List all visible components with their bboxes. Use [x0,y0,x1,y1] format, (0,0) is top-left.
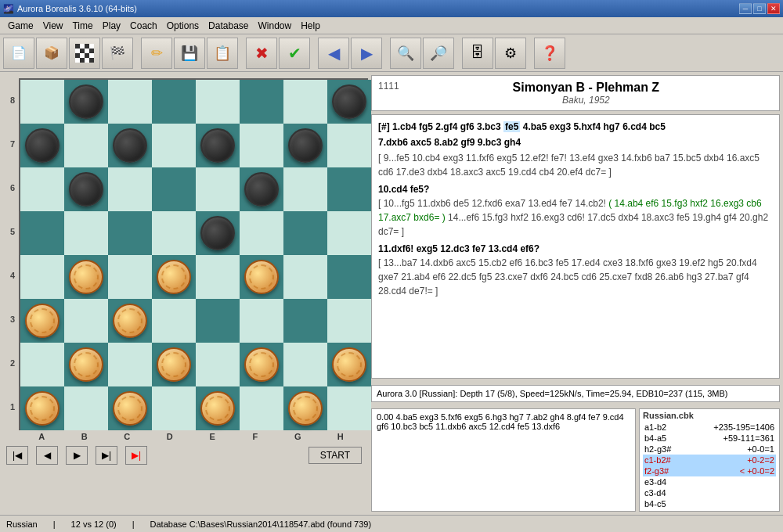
delete-btn[interactable]: ✖ [246,38,277,69]
book-row-1[interactable]: a1-b2+235-195=1406 [643,422,776,433]
square-6-5[interactable] [283,167,327,211]
square-1-3[interactable] [64,255,108,299]
settings-btn[interactable]: ⚙ [495,38,526,69]
square-1-2[interactable] [64,299,108,343]
square-5-1[interactable] [240,343,283,386]
square-0-7[interactable] [20,80,64,124]
square-7-5[interactable] [327,167,371,211]
square-2-6[interactable] [108,124,152,167]
square-4-3[interactable] [196,255,240,299]
nav-prev-btn[interactable]: ◀ [36,446,58,465]
book-row-2[interactable]: b4-a5+59-111=361 [643,433,776,444]
nav-last-btn[interactable]: ▶| [96,446,117,465]
database-btn[interactable]: 🗄 [462,38,493,69]
edit-btn[interactable]: ✏ [141,38,172,69]
square-2-4[interactable] [108,211,152,255]
square-5-0[interactable] [240,386,283,430]
square-6-2[interactable] [283,299,327,343]
square-0-0[interactable] [20,386,64,430]
square-2-1[interactable] [108,343,152,386]
titlebar-controls[interactable]: ─ □ ✕ [739,3,780,14]
square-5-4[interactable] [240,211,283,255]
square-7-0[interactable] [327,386,371,430]
square-3-6[interactable] [152,124,196,167]
square-7-6[interactable] [327,124,371,167]
square-7-4[interactable] [327,211,371,255]
paste-btn[interactable]: 📋 [207,38,238,69]
checkerboard-btn[interactable] [69,38,100,69]
square-1-7[interactable] [64,80,108,124]
square-4-6[interactable] [196,124,240,167]
confirm-btn[interactable]: ✔ [279,38,310,69]
square-2-5[interactable] [108,167,152,211]
help-btn[interactable]: ❓ [534,38,565,69]
square-3-1[interactable] [152,343,196,386]
square-7-3[interactable] [327,255,371,299]
square-4-2[interactable] [196,299,240,343]
square-5-3[interactable] [240,255,283,299]
square-6-6[interactable] [283,124,327,167]
book-row-7[interactable]: c3-d4 [643,487,776,498]
square-3-2[interactable] [152,299,196,343]
square-5-2[interactable] [240,299,283,343]
square-7-7[interactable] [327,80,371,124]
square-6-1[interactable] [283,343,327,386]
square-0-2[interactable] [20,299,64,343]
square-6-4[interactable] [283,211,327,255]
nav-first-btn[interactable]: |◀ [6,446,28,465]
menu-view[interactable]: View [38,19,68,33]
maximize-button[interactable]: □ [753,3,766,14]
square-3-7[interactable] [152,80,196,124]
book-row-4[interactable]: c1-b2#+0-2=2 [643,455,776,466]
square-2-7[interactable] [108,80,152,124]
square-2-0[interactable] [108,386,152,430]
square-0-3[interactable] [20,255,64,299]
book-row-6[interactable]: e3-d4 [643,476,776,487]
square-3-0[interactable] [152,386,196,430]
square-3-4[interactable] [152,211,196,255]
square-4-7[interactable] [196,80,240,124]
book-row-8[interactable]: b4-c5 [643,498,776,509]
square-6-3[interactable] [283,255,327,299]
square-5-7[interactable] [240,80,283,124]
square-1-1[interactable] [64,343,108,386]
square-0-1[interactable] [20,343,64,386]
close-button[interactable]: ✕ [767,3,780,14]
forward-btn[interactable]: ▶ [351,38,382,69]
menu-help[interactable]: Help [296,19,325,33]
square-1-5[interactable] [64,167,108,211]
new-game-btn[interactable]: 📄 [3,38,34,69]
minimize-button[interactable]: ─ [739,3,752,14]
square-2-2[interactable] [108,299,152,343]
zoom-in-btn[interactable]: 🔍 [390,38,421,69]
square-5-5[interactable] [240,167,283,211]
book-row-5[interactable]: f2-g3#< +0-0=2 [643,466,776,476]
square-0-6[interactable] [20,124,64,167]
square-0-5[interactable] [20,167,64,211]
square-4-5[interactable] [196,167,240,211]
moves-panel[interactable]: [#] 1.cb4 fg5 2.gf4 gf6 3.bc3 fe5 4.ba5 … [371,114,780,379]
square-4-0[interactable] [196,386,240,430]
checkerboard-flag-btn[interactable]: 🏁 [102,38,133,69]
menu-window[interactable]: Window [253,19,296,33]
square-1-6[interactable] [64,124,108,167]
save-btn[interactable]: 💾 [174,38,205,69]
square-3-3[interactable] [152,255,196,299]
square-1-0[interactable] [64,386,108,430]
square-6-0[interactable] [283,386,327,430]
start-button[interactable]: START [309,447,362,464]
square-2-3[interactable] [108,255,152,299]
square-7-1[interactable] [327,343,371,386]
menu-time[interactable]: Time [67,19,97,33]
square-7-2[interactable] [327,299,371,343]
menu-play[interactable]: Play [98,19,125,33]
nav-last-var-btn[interactable]: ▶| [125,446,147,465]
menu-options[interactable]: Options [162,19,204,33]
open-btn[interactable]: 📦 [36,38,67,69]
square-5-6[interactable] [240,124,283,167]
square-4-1[interactable] [196,343,240,386]
square-0-4[interactable] [20,211,64,255]
square-4-4[interactable] [196,211,240,255]
nav-next-btn[interactable]: ▶ [66,446,88,465]
square-6-7[interactable] [283,80,327,124]
